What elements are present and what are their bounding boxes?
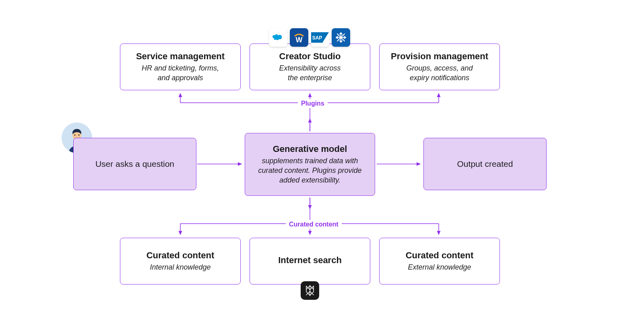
- service-management-subtitle: HR and ticketing, forms, and approvals: [142, 63, 219, 83]
- svg-text:SAP: SAP: [312, 35, 322, 41]
- generative-model-box: Generative model supplements trained dat…: [245, 133, 375, 196]
- workday-icon: W: [290, 28, 308, 47]
- salesforce-icon: [269, 28, 287, 47]
- svg-point-29: [74, 135, 76, 136]
- output-box: Output created: [423, 138, 547, 190]
- creator-studio-subtitle: Extensibility across the enterprise: [279, 63, 341, 83]
- curated-content-label: Curated content: [286, 220, 342, 229]
- integration-icons: W SAP: [269, 28, 350, 47]
- curated-internal-title: Curated content: [147, 250, 215, 261]
- curated-internal-subtitle: Internal knowledge: [150, 262, 211, 272]
- provision-management-box: Provision management Groups, access, and…: [379, 44, 500, 90]
- architecture-diagram: Service management HR and ticketing, for…: [0, 0, 644, 328]
- curated-external-title: Curated content: [406, 250, 474, 261]
- svg-point-30: [78, 135, 80, 136]
- provision-management-subtitle: Groups, access, and expiry notifications: [406, 63, 473, 83]
- user-question-box: User asks a question: [73, 138, 196, 190]
- internet-search-box: Internet search: [250, 238, 370, 284]
- curated-internal-box: Curated content Internal knowledge: [120, 238, 241, 284]
- output-text: Output created: [457, 159, 513, 169]
- generative-model-title: Generative model: [273, 144, 347, 154]
- curated-external-subtitle: External knowledge: [408, 262, 471, 272]
- curated-external-box: Curated content External knowledge: [379, 238, 500, 284]
- snowflake-icon: [332, 28, 350, 47]
- plugins-label: Plugins: [298, 99, 328, 108]
- creator-studio-title: Creator Studio: [279, 51, 341, 62]
- service-management-title: Service management: [136, 51, 225, 62]
- creator-studio-box: Creator Studio Extensibility across the …: [250, 44, 370, 90]
- provision-management-title: Provision management: [391, 51, 488, 62]
- service-management-box: Service management HR and ticketing, for…: [120, 44, 241, 90]
- svg-text:W: W: [296, 36, 303, 44]
- perplexity-icon: [301, 281, 319, 300]
- user-question-text: User asks a question: [95, 159, 174, 169]
- generative-model-subtitle: supplements trained data with curated co…: [254, 156, 366, 185]
- internet-search-title: Internet search: [278, 255, 342, 266]
- sap-icon: SAP: [311, 28, 329, 47]
